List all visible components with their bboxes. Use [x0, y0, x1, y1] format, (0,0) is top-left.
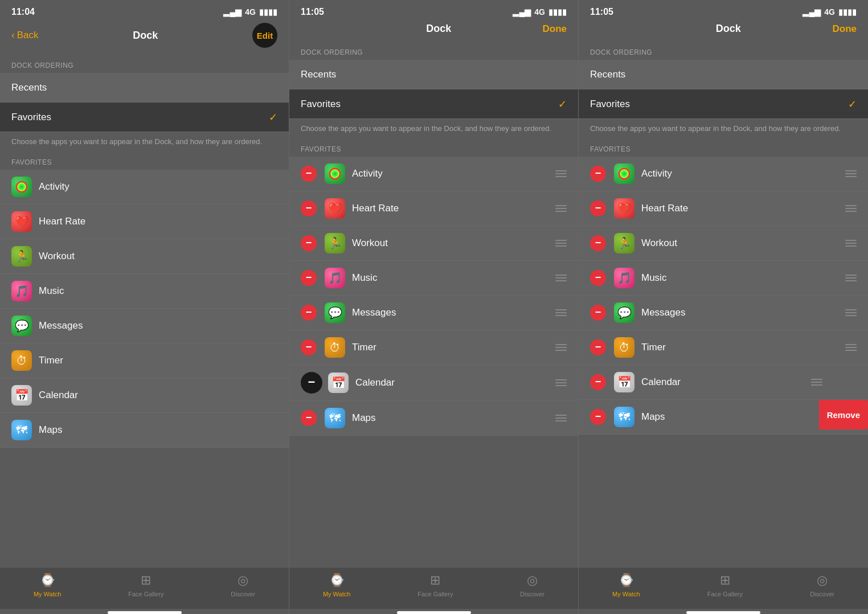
minus-maps-3[interactable]: − — [590, 409, 606, 425]
minus-messages-3[interactable]: − — [590, 305, 606, 321]
maps-label-2: Maps — [352, 412, 555, 424]
tab-discover-label-2: Discover — [520, 591, 544, 597]
status-icons-2: ▂▄▆ 4G ▮▮▮▮ — [513, 7, 567, 17]
drag-handle-calendar-3[interactable] — [811, 379, 822, 386]
app-item-music-3[interactable]: − 🎵 Music — [579, 261, 868, 296]
remove-button-3[interactable]: Remove — [819, 400, 868, 429]
checkmark-2: ✓ — [558, 98, 567, 110]
app-item-activity-1[interactable]: Activity — [0, 170, 289, 204]
tab-mywatch-3[interactable]: ⌚ My Watch — [612, 572, 640, 597]
app-item-calendar-2[interactable]: − 📅 Calendar — [289, 365, 578, 401]
app-item-timer-1[interactable]: ⏱ Timer — [0, 343, 289, 378]
app-item-messages-1[interactable]: 💬 Messages — [0, 309, 289, 343]
tab-mywatch-2[interactable]: ⌚ My Watch — [323, 572, 351, 597]
minus-maps-2[interactable]: − — [301, 410, 317, 426]
status-bar-3: 11:05 ▂▄▆ 4G ▮▮▮▮ — [579, 0, 868, 21]
favorites-item-1[interactable]: Favorites ✓ — [0, 103, 289, 132]
recents-item-2[interactable]: Recents — [289, 60, 578, 89]
back-button-1[interactable]: ‹ Back — [11, 30, 38, 41]
done-button-3[interactable]: Done — [832, 23, 857, 35]
battery-icon-1: ▮▮▮▮ — [259, 7, 277, 17]
minus-timer-3[interactable]: − — [590, 339, 606, 355]
dock-ordering-label-3: DOCK ORDERING — [579, 42, 868, 60]
minus-timer-2[interactable]: − — [301, 339, 317, 355]
drag-handle-calendar-2[interactable] — [555, 379, 567, 386]
app-item-timer-3[interactable]: − ⏱ Timer — [579, 330, 868, 365]
drag-handle-workout-3[interactable] — [845, 240, 857, 247]
app-item-workout-1[interactable]: 🏃 Workout — [0, 239, 289, 274]
app-item-timer-2[interactable]: − ⏱ Timer — [289, 330, 578, 365]
edit-button-1[interactable]: Edit — [252, 23, 277, 48]
heartrate-icon-3: ❤️ — [614, 198, 634, 219]
minus-workout-3[interactable]: − — [590, 235, 606, 251]
drag-handle-music-3[interactable] — [845, 275, 857, 281]
drag-handle-heartrate-3[interactable] — [845, 205, 857, 212]
page-title-2: Dock — [426, 23, 451, 35]
timer-label-2: Timer — [352, 342, 555, 353]
tab-mywatch-1[interactable]: ⌚ My Watch — [34, 572, 62, 597]
app-item-calendar-1[interactable]: 📅 Calendar — [0, 378, 289, 413]
minus-music-2[interactable]: − — [301, 270, 317, 286]
minus-heartrate-3[interactable]: − — [590, 200, 606, 216]
app-item-maps-1[interactable]: 🗺 Maps — [0, 413, 289, 448]
tab-discover-2[interactable]: ◎ Discover — [520, 572, 544, 597]
workout-icon-1: 🏃 — [11, 246, 32, 267]
drag-handle-maps-2[interactable] — [555, 415, 567, 421]
minus-activity-2[interactable]: − — [301, 166, 317, 182]
messages-label-3: Messages — [641, 307, 845, 318]
minus-heartrate-2[interactable]: − — [301, 200, 317, 216]
minus-activity-3[interactable]: − — [590, 166, 606, 182]
drag-handle-messages-3[interactable] — [845, 309, 857, 316]
tab-facegallery-1[interactable]: ⊞ Face Gallery — [128, 572, 163, 597]
home-indicator-2 — [397, 611, 471, 614]
recents-item-1[interactable]: Recents — [0, 73, 289, 103]
app-item-activity-2[interactable]: − Activity — [289, 157, 578, 191]
app-item-messages-2[interactable]: − 💬 Messages — [289, 296, 578, 330]
minus-messages-2[interactable]: − — [301, 305, 317, 321]
tab-facegallery-3[interactable]: ⊞ Face Gallery — [707, 572, 743, 597]
minus-music-3[interactable]: − — [590, 270, 606, 286]
app-item-maps-2[interactable]: − 🗺 Maps — [289, 401, 578, 436]
app-item-workout-3[interactable]: − 🏃 Workout — [579, 226, 868, 261]
tab-discover-1[interactable]: ◎ Discover — [231, 572, 255, 597]
battery-icon-2: ▮▮▮▮ — [548, 7, 567, 17]
heartrate-icon-1: ❤️ — [11, 211, 32, 232]
heartrate-label-3: Heart Rate — [641, 203, 845, 214]
minus-calendar-3[interactable]: − — [590, 374, 606, 390]
app-item-workout-2[interactable]: − 🏃 Workout — [289, 226, 578, 261]
tab-discover-3[interactable]: ◎ Discover — [810, 572, 834, 597]
minus-calendar-2[interactable]: − — [301, 372, 322, 394]
drag-handle-timer-2[interactable] — [555, 344, 567, 351]
drag-handle-workout-2[interactable] — [555, 240, 567, 247]
recents-item-3[interactable]: Recents — [579, 60, 868, 89]
drag-handle-music-2[interactable] — [555, 275, 567, 281]
app-item-heartrate-1[interactable]: ❤️ Heart Rate — [0, 204, 289, 239]
drag-handle-messages-2[interactable] — [555, 309, 567, 316]
app-item-heartrate-2[interactable]: − ❤️ Heart Rate — [289, 191, 578, 226]
app-item-activity-3[interactable]: − Activity — [579, 157, 868, 191]
done-button-2[interactable]: Done — [542, 23, 567, 35]
checkmark-1: ✓ — [269, 111, 277, 124]
drag-handle-timer-3[interactable] — [845, 344, 857, 351]
app-item-messages-3[interactable]: − 💬 Messages — [579, 296, 868, 330]
tab-facegallery-2[interactable]: ⊞ Face Gallery — [417, 572, 453, 597]
minus-workout-2[interactable]: − — [301, 235, 317, 251]
drag-handle-heartrate-2[interactable] — [555, 205, 567, 212]
drag-handle-activity-3[interactable] — [845, 170, 857, 177]
tab-facegallery-label-1: Face Gallery — [128, 591, 163, 597]
nav-bar-3: Dock Done — [579, 21, 868, 42]
app-item-calendar-3[interactable]: − 📅 Calendar — [579, 365, 868, 400]
favorites-item-2[interactable]: Favorites ✓ — [289, 89, 578, 119]
app-item-heartrate-3[interactable]: − ❤️ Heart Rate — [579, 191, 868, 226]
maps-icon-1: 🗺 — [11, 420, 32, 440]
signal-icon-1: ▂▄▆ — [223, 7, 241, 17]
watch-icon-2: ⌚ — [329, 572, 345, 588]
favorites-section-label-3: FAVORITES — [579, 138, 868, 157]
favorites-item-3[interactable]: Favorites ✓ — [579, 89, 868, 119]
app-item-music-1[interactable]: 🎵 Music — [0, 274, 289, 309]
maps-label-3: Maps — [641, 411, 845, 423]
drag-handle-activity-2[interactable] — [555, 170, 567, 177]
page-title-3: Dock — [716, 23, 741, 35]
app-item-music-2[interactable]: − 🎵 Music — [289, 261, 578, 296]
messages-icon-1: 💬 — [11, 316, 32, 336]
